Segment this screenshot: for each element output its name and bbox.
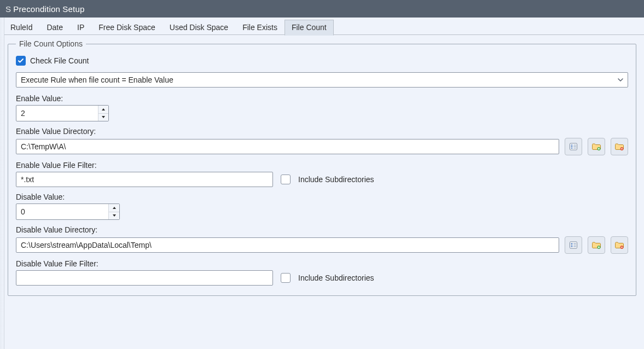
enable-dir-input[interactable] <box>16 139 559 154</box>
enable-filter-block: Enable Value File Filter: Include Subdir… <box>16 161 628 187</box>
tab-file-count[interactable]: File Count <box>285 20 334 36</box>
enable-dir-block: Enable Value Directory: <box>16 127 628 155</box>
tabs-bar: RuleIdDateIPFree Disk SpaceUsed Disk Spa… <box>0 18 644 35</box>
tab-used-disk-space[interactable]: Used Disk Space <box>163 20 235 35</box>
disable-dir-row <box>16 236 628 254</box>
tab-label: Used Disk Space <box>170 23 228 32</box>
disable-include-sub-label: Include Subdirectories <box>298 274 374 282</box>
enable-dir-browse-list-button[interactable] <box>565 138 582 155</box>
enable-value-input[interactable] <box>16 106 98 121</box>
enable-value-block: Enable Value: <box>16 94 628 121</box>
disable-value-label: Disable Value: <box>16 193 628 201</box>
enable-value-spin-up[interactable] <box>98 106 108 114</box>
enable-filter-label: Enable Value File Filter: <box>16 161 628 170</box>
svg-rect-10 <box>571 243 573 245</box>
tab-ruleid[interactable]: RuleId <box>3 20 39 35</box>
check-file-count-label: Check File Count <box>30 56 89 65</box>
file-count-options-group: File Count Options Check File Count Enab… <box>8 39 636 296</box>
svg-rect-1 <box>571 145 573 146</box>
enable-filter-input[interactable] <box>16 172 273 187</box>
disable-value-spin-down[interactable] <box>109 212 119 220</box>
tab-label: File Exists <box>242 23 277 32</box>
tab-file-exists[interactable]: File Exists <box>235 20 285 35</box>
disable-value-spin-up[interactable] <box>109 204 119 212</box>
enable-value-label: Enable Value: <box>16 94 628 103</box>
check-file-count-checkbox[interactable] <box>16 56 26 66</box>
svg-rect-14 <box>573 245 576 246</box>
disable-filter-input[interactable] <box>16 270 273 286</box>
folder-add-icon <box>591 142 601 151</box>
enable-include-sub-checkbox[interactable] <box>281 174 291 184</box>
disable-filter-row: Include Subdirectories <box>16 270 628 286</box>
disable-value-spin-buttons <box>108 204 119 219</box>
svg-rect-3 <box>571 148 573 149</box>
enable-include-sub-label: Include Subdirectories <box>298 175 374 184</box>
tab-date[interactable]: Date <box>39 20 70 35</box>
disable-dir-input[interactable] <box>16 237 559 253</box>
enable-value-spin-down[interactable] <box>98 114 108 121</box>
disable-dir-block: Disable Value Directory: <box>16 225 628 254</box>
folder-remove-icon <box>614 142 624 151</box>
svg-rect-6 <box>573 148 576 149</box>
tab-ip[interactable]: IP <box>70 20 91 35</box>
tab-label: Free Disk Space <box>98 23 155 32</box>
enable-dir-folder-remove-button[interactable] <box>611 138 628 155</box>
titlebar: S Precondition Setup <box>0 0 644 18</box>
svg-rect-13 <box>573 243 576 245</box>
content-area: File Count Options Check File Count Enab… <box>0 35 644 349</box>
window: S Precondition Setup RuleIdDateIPFree Di… <box>0 0 644 349</box>
svg-rect-2 <box>571 146 573 147</box>
folder-add-icon <box>591 241 601 249</box>
disable-dir-label: Disable Value Directory: <box>16 225 628 234</box>
disable-filter-label: Disable Value File Filter: <box>16 259 628 268</box>
list-icon <box>569 142 578 151</box>
window-title: Precondition Setup <box>13 4 84 14</box>
enable-dir-label: Enable Value Directory: <box>16 127 628 136</box>
disable-value-stepper[interactable] <box>16 203 120 220</box>
folder-remove-icon <box>614 241 624 249</box>
svg-rect-5 <box>573 146 576 147</box>
svg-rect-12 <box>571 246 573 247</box>
disable-filter-block: Disable Value File Filter: Include Subdi… <box>16 259 628 286</box>
svg-rect-15 <box>573 246 576 247</box>
enable-value-spin-buttons <box>98 106 108 121</box>
disable-dir-browse-list-button[interactable] <box>565 236 582 254</box>
disable-value-block: Disable Value: <box>16 193 628 220</box>
tab-label: IP <box>77 23 84 32</box>
tab-label: RuleId <box>10 23 32 32</box>
disable-dir-folder-add-button[interactable] <box>588 236 605 254</box>
enable-dir-row <box>16 138 628 155</box>
enable-value-stepper[interactable] <box>16 105 109 121</box>
tab-free-disk-space[interactable]: Free Disk Space <box>91 20 162 35</box>
group-legend: File Count Options <box>16 39 86 48</box>
disable-dir-folder-remove-button[interactable] <box>611 236 628 254</box>
tab-label: Date <box>47 23 63 32</box>
enable-dir-folder-add-button[interactable] <box>588 138 605 155</box>
check-file-count-row: Check File Count <box>16 56 628 66</box>
enable-filter-row: Include Subdirectories <box>16 172 628 187</box>
titlebar-cut-glyph: S <box>5 4 11 14</box>
rule-select[interactable] <box>16 72 628 88</box>
rule-select-wrap <box>16 72 628 88</box>
disable-value-input[interactable] <box>16 204 108 219</box>
svg-rect-4 <box>573 145 576 146</box>
svg-rect-11 <box>571 245 573 246</box>
tab-label: File Count <box>292 23 327 32</box>
list-icon <box>569 241 578 249</box>
disable-include-sub-checkbox[interactable] <box>281 273 291 283</box>
